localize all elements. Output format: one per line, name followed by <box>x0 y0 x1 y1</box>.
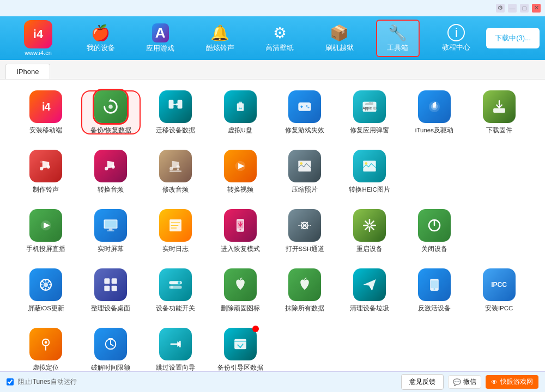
svg-rect-40 <box>107 230 114 231</box>
icon-item-reboot-device[interactable]: 重启设备 <box>340 209 399 253</box>
icon-item-fix-popup[interactable]: Apple ID 修复应用弹窗 <box>340 90 399 134</box>
icon-item-realtime-log[interactable]: 实时日志 <box>146 209 205 253</box>
svg-point-47 <box>239 229 241 230</box>
svg-point-32 <box>300 162 303 165</box>
itunes-checkbox[interactable] <box>7 378 14 385</box>
svg-rect-65 <box>112 278 117 284</box>
icon-image-fake-location <box>29 328 62 360</box>
icon-item-convert-audio[interactable]: 转换音频 <box>81 150 141 194</box>
icon-label-clean-junk: 清理设备垃圾 <box>350 304 389 313</box>
icon-item-real-screen[interactable]: 实时屏幕 <box>81 209 141 253</box>
icon-item-erase-all-data[interactable]: 抹除所有数据 <box>275 268 335 313</box>
icon-image-fix-popup: Apple ID <box>353 90 386 123</box>
settings-icon[interactable]: ⚙ <box>496 4 505 13</box>
navbar: i4 www.i4.cn 🍎 我的设备 A 应用游戏 🔔 酷炫铃声 ⚙ 高清壁纸… <box>0 16 545 60</box>
icon-image-block-ios-update <box>29 268 62 301</box>
svg-point-7 <box>239 108 240 109</box>
svg-rect-75 <box>431 280 438 288</box>
maximize-button[interactable]: □ <box>520 4 529 13</box>
icon-image-convert-video <box>224 150 257 182</box>
download-button[interactable]: 下载中(3)... <box>486 28 540 48</box>
toolbox-icon: 🔧 <box>388 24 407 42</box>
icon-item-device-function[interactable]: 设备功能开关 <box>146 268 205 313</box>
icon-item-deactivate[interactable]: 反激活设备 <box>405 268 464 313</box>
close-button[interactable]: ✕ <box>532 4 541 13</box>
nav-label-tutorial: 教程中心 <box>442 42 470 52</box>
icon-item-convert-video[interactable]: 转换视频 <box>210 150 270 194</box>
icon-label-virtual-udisk: 虚拟U盘 <box>228 126 252 134</box>
icon-item-install-ipcc[interactable]: IPCC安装IPCC <box>469 268 529 313</box>
svg-point-76 <box>433 288 435 290</box>
svg-point-1 <box>108 105 113 109</box>
icon-image-recovery-mode <box>224 209 257 242</box>
icon-item-download-firmware[interactable]: 下载固件 <box>469 90 529 134</box>
nav-item-jailbreak[interactable]: 📦 刷机越狱 <box>317 21 362 56</box>
tab-iphone[interactable]: iPhone <box>5 64 50 79</box>
icon-image-deactivate <box>418 268 451 301</box>
icon-item-fix-game[interactable]: 修复游戏失效 <box>275 90 335 134</box>
svg-point-26 <box>169 167 173 170</box>
icon-item-backup-bootloader[interactable]: 备份引导区数据 <box>210 328 270 371</box>
icon-image-make-ringtone: + <box>29 150 62 182</box>
icon-image-install-ipcc: IPCC <box>483 268 516 301</box>
feedback-button[interactable]: 意见反馈 <box>401 374 444 390</box>
icon-item-shutdown-device[interactable]: 关闭设备 <box>405 209 464 253</box>
icon-item-fake-location[interactable]: 虚拟定位 <box>16 328 76 371</box>
icon-item-ssh-tunnel[interactable]: 打开SSH通道 <box>275 209 335 253</box>
icon-label-backup-bootloader: 备份引导区数据 <box>217 364 263 371</box>
icon-item-convert-heic[interactable]: 转换HEIC图片 <box>340 150 399 194</box>
tabbar: iPhone <box>0 60 545 79</box>
icon-label-organize-desktop: 整理设备桌面 <box>91 304 130 313</box>
icon-label-compress-photo: 压缩照片 <box>292 186 318 194</box>
icon-item-virtual-udisk[interactable]: 虚拟U盘 <box>210 90 270 134</box>
minimize-button[interactable]: — <box>508 4 517 13</box>
icon-item-backup-restore[interactable]: 备份/恢复数据 <box>81 90 141 134</box>
icon-item-organize-desktop[interactable]: 整理设备桌面 <box>81 268 141 313</box>
icon-item-migrate-data[interactable]: 迁移设备数据 <box>146 90 205 134</box>
icon-item-clean-junk[interactable]: 清理设备垃圾 <box>340 268 399 313</box>
svg-point-63 <box>44 283 48 287</box>
svg-point-13 <box>308 107 310 108</box>
nav-item-ringtones[interactable]: 🔔 酷炫铃声 <box>197 21 243 56</box>
nav-items: 🍎 我的设备 A 应用游戏 🔔 酷炫铃声 ⚙ 高清壁纸 📦 刷机越狱 🔧 工具箱… <box>71 20 486 57</box>
icon-image-screen-cast <box>29 209 62 242</box>
bottom-left: 阻止iTunes自动运行 <box>7 377 77 387</box>
icon-item-break-time-limit[interactable]: 破解时间限额 <box>81 328 141 371</box>
icon-item-edit-audio[interactable]: 修改音频 <box>146 150 205 194</box>
icon-label-convert-video: 转换视频 <box>227 186 253 194</box>
icon-item-screen-cast[interactable]: 手机投屏直播 <box>16 209 76 253</box>
nav-item-app-games[interactable]: A 应用游戏 <box>137 20 183 57</box>
svg-point-8 <box>240 108 242 109</box>
icon-label-realtime-log: 实时日志 <box>162 245 189 253</box>
icon-label-remove-stubborn: 删除顽固图标 <box>221 304 260 313</box>
icon-label-screen-cast: 手机投屏直播 <box>26 245 65 253</box>
icon-image-edit-audio <box>159 150 192 182</box>
icon-item-recovery-mode[interactable]: 进入恢复模式 <box>210 209 270 253</box>
icon-item-make-ringtone[interactable]: + 制作铃声 <box>16 150 76 194</box>
nav-item-my-device[interactable]: 🍎 我的设备 <box>78 21 124 56</box>
icon-item-block-ios-update[interactable]: 屏蔽iOS更新 <box>16 268 76 313</box>
icon-image-convert-audio <box>94 150 127 182</box>
bottombar: 阻止iTunes自动运行 意见反馈 💬 微信 👁 快眼游戏网 <box>0 371 545 392</box>
icon-label-install-mobile: 安装移动端 <box>29 126 62 134</box>
icon-item-compress-photo[interactable]: 压缩照片 <box>275 150 335 194</box>
icon-image-backup-bootloader <box>224 328 257 360</box>
svg-point-25 <box>112 165 115 168</box>
svg-rect-67 <box>112 285 117 291</box>
box-icon: 📦 <box>330 24 349 42</box>
svg-point-27 <box>176 165 179 168</box>
icon-item-itunes-driver[interactable]: iTunes及驱动 <box>405 90 464 134</box>
nav-item-wallpaper[interactable]: ⚙ 高清壁纸 <box>257 21 302 56</box>
nav-item-tutorial[interactable]: i 教程中心 <box>433 21 479 56</box>
icon-item-skip-setup[interactable]: 跳过设置向导 <box>146 328 205 371</box>
icon-item-remove-stubborn[interactable]: 删除顽固图标 <box>210 268 270 313</box>
icon-image-backup-restore <box>94 90 127 123</box>
icon-image-itunes-driver <box>418 90 451 123</box>
svg-point-34 <box>365 162 368 165</box>
wechat-button[interactable]: 💬 微信 <box>448 375 481 389</box>
icon-grid: i4安装移动端 备份/恢复数据 迁移设备数据 虚拟U盘 修复游戏失效 Apple… <box>16 90 529 371</box>
svg-point-78 <box>45 341 47 344</box>
icon-image-convert-heic <box>353 150 386 182</box>
icon-item-install-mobile[interactable]: i4安装移动端 <box>16 90 76 134</box>
nav-item-toolbox[interactable]: 🔧 工具箱 <box>376 20 420 57</box>
